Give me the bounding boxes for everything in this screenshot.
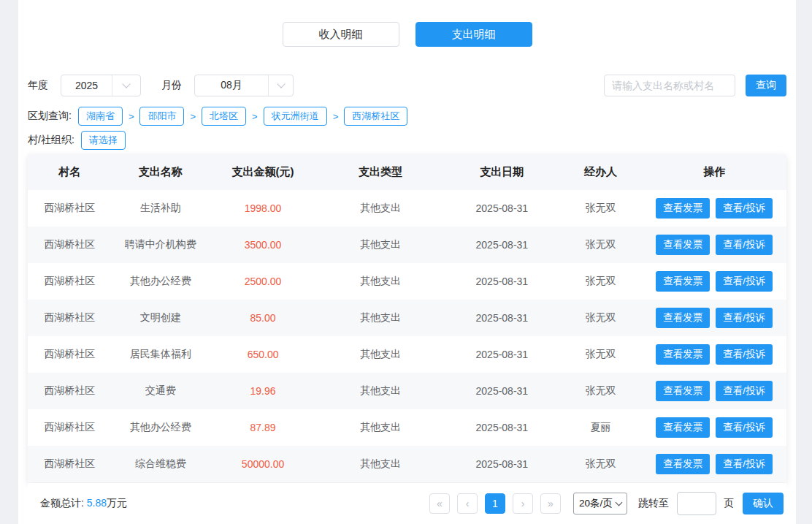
tab-expense[interactable]: 支出明细 [415,22,532,47]
search-input[interactable] [604,75,735,96]
confirm-button[interactable]: 确认 [743,493,784,514]
village-cell: 西湖桥社区 [28,384,111,398]
amount-cell: 50000.00 [210,458,315,470]
village-cell: 西湖桥社区 [28,238,111,251]
view-invoice-button[interactable]: 查看发票 [656,417,710,438]
view-complaint-button[interactable]: 查看/投诉 [716,198,773,219]
type-cell: 其他支出 [316,457,445,471]
column-header: 支出金额(元) [210,165,315,179]
view-complaint-button[interactable]: 查看/投诉 [716,381,773,401]
date-cell: 2025-08-31 [445,312,559,324]
tab-income[interactable]: 收入明细 [283,22,399,47]
view-invoice-button[interactable]: 查看发票 [656,381,710,401]
type-cell: 其他支出 [316,421,445,434]
view-invoice-button[interactable]: 查看发票 [656,344,710,365]
amount-cell: 2500.00 [210,276,315,287]
table-row: 西湖桥社区文明创建85.00其他支出2025-08-31张无双查看发票查看/投诉 [28,300,786,336]
type-cell: 其他支出 [316,275,445,288]
row-actions: 查看发票查看/投诉 [643,308,786,328]
handler-cell: 张无双 [559,457,642,471]
expense-name-cell: 生活补助 [111,202,210,215]
view-invoice-button[interactable]: 查看发票 [656,308,710,328]
column-header: 经办人 [559,165,642,179]
table-footer: 金额总计: 5.88万元 « ‹ 1 › » 20条/页 跳转至 页 确认 [28,483,786,524]
column-header: 支出日期 [445,165,559,179]
view-invoice-button[interactable]: 查看发票 [656,235,710,255]
handler-cell: 张无双 [559,202,642,215]
row-actions: 查看发票查看/投诉 [643,235,786,255]
region-button-0[interactable]: 湖南省 [78,107,123,126]
type-cell: 其他支出 [316,348,445,361]
village-cell: 西湖桥社区 [28,457,111,471]
pagination-last-button[interactable]: » [540,493,561,514]
jump-page-input[interactable] [677,492,716,515]
view-invoice-button[interactable]: 查看发票 [656,271,710,292]
page-size-select[interactable]: 20条/页 [573,493,627,514]
column-header: 支出类型 [316,165,445,179]
handler-cell: 张无双 [559,348,642,361]
table-row: 西湖桥社区交通费19.96其他支出2025-08-31张无双查看发票查看/投诉 [28,373,786,409]
view-invoice-button[interactable]: 查看发票 [656,198,710,219]
type-cell: 其他支出 [316,238,445,251]
view-complaint-button[interactable]: 查看/投诉 [716,235,773,255]
view-complaint-button[interactable]: 查看/投诉 [716,417,773,438]
region-button-4[interactable]: 西湖桥社区 [344,107,407,126]
jump-unit-label: 页 [724,497,734,510]
view-complaint-button[interactable]: 查看/投诉 [716,271,773,292]
pagination-page-1-button[interactable]: 1 [485,493,505,514]
date-cell: 2025-08-31 [445,458,559,470]
amount-cell: 3500.00 [210,239,315,251]
region-button-1[interactable]: 邵阳市 [139,107,184,126]
region-button-3[interactable]: 状元洲街道 [264,107,327,126]
handler-cell: 张无双 [559,311,642,324]
view-complaint-button[interactable]: 查看/投诉 [716,344,773,365]
detail-tabs: 收入明细 支出明细 [18,0,796,47]
type-cell: 其他支出 [316,202,445,215]
village-cell: 西湖桥社区 [28,348,111,361]
total-unit: 万元 [107,497,127,509]
row-actions: 查看发票查看/投诉 [643,198,786,219]
date-cell: 2025-08-31 [445,422,559,433]
column-header: 支出名称 [111,165,210,179]
expense-name-cell: 其他办公经费 [111,421,210,434]
table-row: 西湖桥社区聘请中介机构费3500.00其他支出2025-08-31张无双查看发票… [28,227,786,263]
month-select[interactable]: 08月 [194,75,294,96]
amount-cell: 1998.00 [210,202,315,214]
search-button[interactable]: 查询 [746,75,786,96]
table-header-row: 村名支出名称支出金额(元)支出类型支出日期经办人操作 [28,154,786,190]
date-cell: 2025-08-31 [445,202,559,214]
column-header: 村名 [28,165,111,179]
table-body: 西湖桥社区生活补助1998.00其他支出2025-08-31张无双查看发票查看/… [28,190,786,482]
total-amount: 金额总计: 5.88万元 [40,497,127,510]
view-complaint-button[interactable]: 查看/投诉 [716,454,773,474]
village-cell: 西湖桥社区 [28,202,111,215]
table-row: 西湖桥社区综合维稳费50000.00其他支出2025-08-31张无双查看发票查… [28,446,786,482]
type-cell: 其他支出 [316,384,445,398]
pagination: « ‹ 1 › » 20条/页 跳转至 页 确认 [422,492,784,515]
village-cell: 西湖桥社区 [28,421,111,434]
region-button-2[interactable]: 北塔区 [202,107,246,126]
region-filter-row: 区划查询: 湖南省>邵阳市>北塔区>状元洲街道>西湖桥社区 [28,107,786,126]
pagination-first-button[interactable]: « [429,493,450,514]
handler-cell: 张无双 [559,238,642,251]
org-label: 村/社组织: [28,134,74,147]
date-cell: 2025-08-31 [445,385,559,397]
amount-cell: 85.00 [210,312,315,324]
pagination-next-button[interactable]: › [513,493,533,514]
handler-cell: 张无双 [559,384,642,398]
row-actions: 查看发票查看/投诉 [643,454,786,474]
village-cell: 西湖桥社区 [28,311,111,324]
org-select-button[interactable]: 请选择 [81,131,126,150]
expense-name-cell: 聘请中介机构费 [111,238,210,251]
region-label: 区划查询: [28,110,72,123]
year-select[interactable]: 2025 [61,75,141,96]
column-header: 操作 [643,165,786,179]
view-complaint-button[interactable]: 查看/投诉 [716,308,773,328]
expense-name-cell: 居民集体福利 [111,348,210,361]
pagination-prev-button[interactable]: ‹ [457,493,478,514]
amount-cell: 87.89 [210,422,315,433]
date-cell: 2025-08-31 [445,349,559,360]
breadcrumb: 湖南省>邵阳市>北塔区>状元洲街道>西湖桥社区 [78,107,407,126]
view-invoice-button[interactable]: 查看发票 [656,454,710,474]
filter-bar: 年度 2025 月份 08月 查询 [28,74,786,97]
